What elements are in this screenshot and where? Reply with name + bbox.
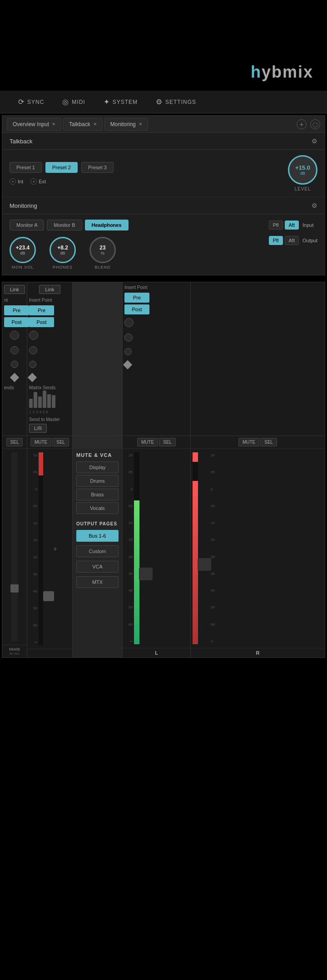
strip-R-fader-track[interactable] <box>199 452 209 644</box>
blend-value: 23 <box>99 245 105 251</box>
strip2-icon-2 <box>29 346 37 354</box>
nav-settings[interactable]: ⚙ SETTINGS <box>147 98 205 106</box>
monitor-tabs: Monitor A Monitor B Headphones <box>10 220 129 230</box>
strip2-header: MUTE SEL <box>27 436 73 448</box>
blend-knob[interactable]: 23 % <box>89 237 116 263</box>
output-page-bus16-button[interactable]: Bus 1-6 <box>76 530 119 542</box>
strip4-mute-button[interactable]: MUTE <box>238 438 259 446</box>
nav-sync-label: SYNC <box>27 99 44 105</box>
output-page-custom-button[interactable]: Custom <box>76 545 119 557</box>
tab-monitoring[interactable]: Monitoring ✕ <box>104 118 148 131</box>
strip-R-fader-body: 10 05 0 05 10 15 20 30 40 50 60 ∞ <box>191 449 325 648</box>
strip2-pre-post: Pre Post <box>29 305 70 327</box>
ext-icon: + <box>30 178 37 185</box>
strip1-mute-sel: SEL <box>4 438 25 446</box>
phones-knob[interactable]: +8.2 dB <box>50 237 76 263</box>
level-knob[interactable]: +15.0 dB <box>288 155 317 185</box>
strip3-pre-button[interactable]: Pre <box>124 293 149 303</box>
int-button[interactable]: + Int <box>10 178 23 185</box>
strip4-mute-sel: MUTE SEL <box>193 438 323 446</box>
strip2-post-button[interactable]: Post <box>29 317 54 327</box>
mute-vca-col: MUTE & VCA Display Drums Brass Vocals OU… <box>73 449 123 657</box>
strip1-pre-button[interactable]: Pre <box>4 305 29 315</box>
tab-monitoring-label: Monitoring <box>110 121 136 127</box>
ext-button[interactable]: + Ext <box>30 178 46 185</box>
headphones-button[interactable]: Headphones <box>85 220 129 230</box>
strip2-meter-red-fill <box>39 452 43 475</box>
strip2-scale: 10 05 0 05 10 15 20 30 40 50 60 ∞ <box>29 452 37 645</box>
nav-settings-label: SETTINGS <box>165 99 196 105</box>
strip2-sel-button[interactable]: SEL <box>52 438 69 446</box>
strip2-link-button[interactable]: Link <box>39 285 60 294</box>
strip3-post-button[interactable]: Post <box>124 304 149 314</box>
vca-vocals-button[interactable]: Vocals <box>76 502 119 514</box>
strip1-sel-button[interactable]: SEL <box>6 438 23 446</box>
strip3-icon-1 <box>124 318 134 327</box>
monitor-b-button[interactable]: Monitor B <box>47 220 82 230</box>
talkback-inner: Preset 1 Preset 2 Preset 3 + Int + Ext <box>10 155 317 191</box>
strip3-mute-button[interactable]: MUTE <box>137 438 158 446</box>
nav-sync[interactable]: ⟳ SYNC <box>9 98 53 106</box>
monitoring-settings-icon[interactable]: ⚙ <box>312 202 317 209</box>
tab-add-button[interactable]: + <box>297 119 307 129</box>
tab-overview-close[interactable]: ✕ <box>52 122 55 127</box>
right-spacer <box>191 282 325 436</box>
nav-bar: ⟳ SYNC ◎ MIDI ✦ SYSTEM ⚙ SETTINGS <box>0 91 327 113</box>
nav-midi[interactable]: ◎ MIDI <box>53 98 94 106</box>
strip-L-col: 10 05 0 05 10 15 20 30 40 50 60 ∞ <box>123 449 191 657</box>
input-pfl-button[interactable]: Pfl <box>269 220 283 230</box>
strip1-fader-col: Mix06 M Voc <box>2 449 27 657</box>
preset-3-button[interactable]: Preset 3 <box>81 162 114 173</box>
strip-L-fader-track[interactable] <box>141 452 151 644</box>
strip1-link-button[interactable]: Link <box>4 285 25 294</box>
vca-buttons: Display Drums Brass Vocals <box>76 461 119 514</box>
strip2-mute-sel: MUTE SEL <box>29 438 70 446</box>
blend-knob-container: 23 % BLEND <box>89 237 116 270</box>
vca-drums-button[interactable]: Drums <box>76 475 119 487</box>
strip-L-scale: 10 05 0 05 10 15 20 30 40 50 60 ∞ <box>124 452 133 644</box>
strip1-fader-track[interactable] <box>11 452 18 641</box>
strip3-insert-label: Insert Point <box>124 285 188 290</box>
fader-area: Mix06 M Voc 10 05 0 05 10 15 20 30 40 50 <box>2 449 325 657</box>
strip3-routing-icons <box>124 318 188 368</box>
strip1-post-button[interactable]: Post <box>4 317 29 327</box>
output-page-mtx-button[interactable]: MTX <box>76 576 119 588</box>
vca-display-button[interactable]: Display <box>76 461 119 473</box>
strip-2: Link Insert Point Pre Post Matrix Sends <box>27 282 73 436</box>
nav-system[interactable]: ✦ SYSTEM <box>94 98 147 106</box>
output-page-vca-button[interactable]: VCA <box>76 561 119 573</box>
output-aft-button[interactable]: Aft <box>285 236 299 245</box>
strip2-pre-button[interactable]: Pre <box>29 305 54 315</box>
strip3-sel-button[interactable]: SEL <box>159 438 176 446</box>
matrix-bar-6 <box>52 395 55 408</box>
strip1-diamond-icon <box>10 373 19 382</box>
strip2-diamond-icon <box>28 373 37 382</box>
tab-overview-input[interactable]: Overview Input ✕ <box>7 118 61 131</box>
preset-1-button[interactable]: Preset 1 <box>10 162 42 173</box>
mon-vol-knob[interactable]: +23.4 dB <box>10 237 36 263</box>
lower-mixer: Link nt Pre Post ends Link Insert Point … <box>2 282 325 658</box>
output-pfl-button[interactable]: Pfl <box>269 236 283 245</box>
strip2-fader-track[interactable] <box>45 452 53 645</box>
strip-R-label: R <box>193 650 323 656</box>
vca-brass-button[interactable]: Brass <box>76 489 119 500</box>
lr-button[interactable]: L/R <box>29 424 47 433</box>
strip3-icon-2 <box>124 333 133 342</box>
monitor-a-button[interactable]: Monitor A <box>10 220 44 230</box>
tab-actions: + ◌ <box>297 119 320 129</box>
tab-monitoring-close[interactable]: ✕ <box>139 122 142 127</box>
strip1-sends-label: ends <box>4 385 25 390</box>
talkback-settings-icon[interactable]: ⚙ <box>312 137 317 145</box>
tab-talkback[interactable]: Talkback ✕ <box>63 118 103 131</box>
input-aft-button[interactable]: Aft <box>285 220 299 230</box>
header: hhybmixybmix <box>0 0 327 91</box>
tab-talkback-close[interactable]: ✕ <box>93 122 97 127</box>
strip-L-fader-handle <box>139 568 153 580</box>
strip2-mute-button[interactable]: MUTE <box>30 438 51 446</box>
strip4-sel-button[interactable]: SEL <box>260 438 277 446</box>
tab-more-button[interactable]: ◌ <box>310 119 320 129</box>
talkback-left: Preset 1 Preset 2 Preset 3 + Int + Ext <box>10 162 114 185</box>
strip-R-fader-handle <box>198 558 211 571</box>
preset-2-button[interactable]: Preset 2 <box>45 162 78 173</box>
strip3-mute-sel: MUTE SEL <box>124 438 188 446</box>
